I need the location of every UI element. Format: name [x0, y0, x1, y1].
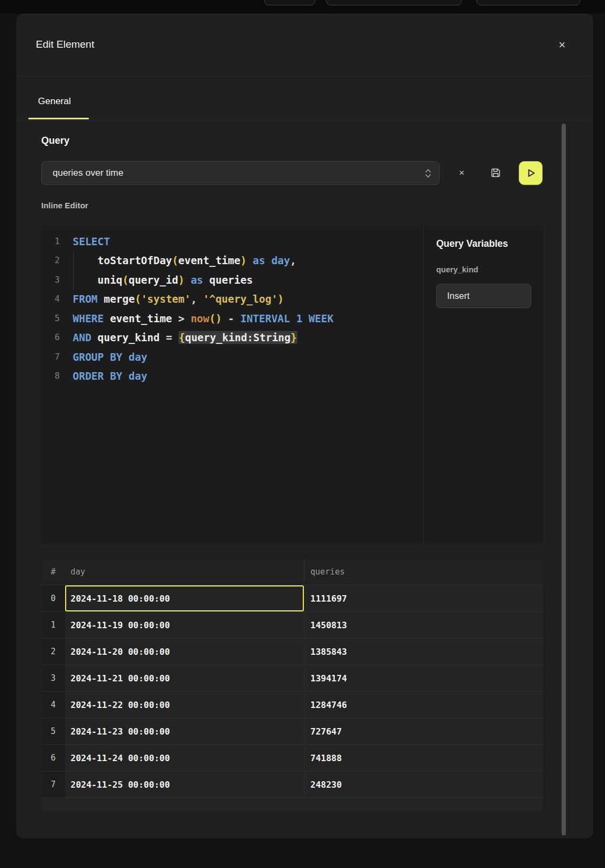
query-variables-panel: Query Variables query_kind Insert	[423, 226, 543, 544]
edit-element-modal: Edit Element × General Query queries ove…	[16, 14, 593, 838]
header-divider	[16, 76, 593, 76]
day-cell[interactable]: 2024-11-20 00:00:00	[65, 639, 304, 665]
code-text: ORDER BY day	[60, 370, 147, 382]
line-number: 5	[41, 314, 60, 323]
code-lines[interactable]: 1SELECT2 toStartOfDay(event_time) as day…	[41, 226, 423, 544]
line-number: 8	[41, 371, 60, 381]
save-query-button[interactable]	[486, 163, 505, 182]
code-text: WHERE event_time > now() - INTERVAL 1 WE…	[60, 312, 334, 324]
day-cell-selected[interactable]: 2024-11-18 00:00:00	[65, 585, 304, 611]
queries-cell[interactable]: 1385843	[304, 639, 543, 665]
code-line[interactable]: 6AND query_kind = {query_kind:String}	[41, 328, 423, 348]
background-button[interactable]	[476, 0, 580, 5]
day-cell[interactable]: 2024-11-22 00:00:00	[65, 692, 304, 718]
table-row: 32024-11-21 00:00:001394174	[41, 665, 543, 692]
indent-guide	[73, 252, 74, 289]
tab-active-indicator	[28, 118, 89, 119]
scrollbar-thumb[interactable]	[562, 124, 566, 835]
background-toolbar	[0, 0, 605, 14]
sql-editor: 1SELECT2 toStartOfDay(event_time) as day…	[41, 226, 543, 544]
day-cell[interactable]: 2024-11-19 00:00:00	[65, 612, 304, 638]
table-row: 42024-11-22 00:00:001284746	[41, 692, 543, 718]
row-index: 4	[41, 692, 65, 718]
row-index: 0	[41, 585, 65, 611]
results-body: 02024-11-18 00:00:00111169712024-11-19 0…	[41, 585, 543, 798]
results-header-row: # day queries	[41, 559, 543, 585]
run-query-button[interactable]	[519, 161, 543, 185]
line-number: 4	[41, 294, 60, 304]
query-section-title: Query	[41, 135, 69, 146]
queries-cell[interactable]: 1394174	[304, 665, 543, 691]
table-row: 52024-11-23 00:00:00727647	[41, 718, 543, 745]
day-cell[interactable]: 2024-11-25 00:00:00	[65, 771, 304, 797]
row-index: 7	[41, 771, 65, 797]
line-number: 7	[41, 352, 60, 362]
day-cell[interactable]: 2024-11-21 00:00:00	[65, 665, 304, 691]
query-select[interactable]: queries over time	[41, 161, 440, 185]
clear-icon: ×	[459, 168, 464, 178]
code-line[interactable]: 8ORDER BY day	[41, 367, 423, 386]
table-row: 22024-11-20 00:00:001385843	[41, 639, 543, 665]
close-button[interactable]: ×	[553, 36, 571, 54]
code-text: toStartOfDay(event_time) as day,	[60, 254, 296, 266]
chevron-updown-icon	[425, 168, 431, 181]
queries-cell[interactable]: 1111697	[304, 585, 543, 611]
code-text: GROUP BY day	[60, 351, 147, 363]
page: Edit Element × General Query queries ove…	[0, 0, 605, 868]
queries-cell[interactable]: 1450813	[304, 612, 543, 638]
tabs-divider	[16, 120, 593, 120]
row-index: 1	[41, 612, 65, 638]
line-number: 2	[41, 256, 60, 265]
clear-query-button[interactable]: ×	[452, 163, 472, 183]
line-number: 1	[41, 237, 60, 246]
code-line[interactable]: 7GROUP BY day	[41, 347, 423, 367]
day-cell[interactable]: 2024-11-23 00:00:00	[65, 718, 304, 744]
code-line[interactable]: 1SELECT	[41, 232, 423, 251]
row-index: 2	[41, 639, 65, 665]
queries-cell[interactable]: 248230	[304, 771, 543, 797]
background-button[interactable]	[264, 0, 315, 5]
code-text: FROM merge('system', '^query_log')	[60, 293, 284, 305]
row-index: 6	[41, 745, 65, 771]
line-number: 3	[41, 275, 60, 285]
code-text: SELECT	[60, 235, 110, 247]
row-index: 5	[41, 718, 65, 744]
background-search-box[interactable]	[326, 0, 462, 5]
column-header-queries: queries	[304, 559, 543, 585]
modal-title: Edit Element	[36, 39, 94, 50]
queries-cell[interactable]: 727647	[304, 718, 543, 744]
variable-name-label: query_kind	[436, 265, 478, 274]
insert-variable-button[interactable]: Insert	[436, 284, 531, 308]
query-select-value: queries over time	[53, 168, 123, 178]
day-cell[interactable]: 2024-11-24 00:00:00	[65, 745, 304, 771]
line-number: 6	[41, 333, 60, 342]
code-line[interactable]: 4FROM merge('system', '^query_log')	[41, 290, 423, 309]
query-variables-title: Query Variables	[436, 238, 508, 250]
results-table: # day queries 02024-11-18 00:00:00111169…	[41, 559, 543, 810]
query-variable-chip: {query_kind:String}	[179, 331, 297, 344]
column-header-index: #	[41, 559, 65, 585]
table-row: 02024-11-18 00:00:001111697	[41, 585, 543, 612]
queries-cell[interactable]: 741888	[304, 745, 543, 771]
row-index: 3	[41, 665, 65, 691]
code-text: uniq(query_id) as queries	[60, 274, 253, 286]
column-header-day: day	[65, 559, 304, 585]
table-row: 12024-11-19 00:00:001450813	[41, 612, 543, 639]
tab-general[interactable]: General	[38, 96, 71, 107]
code-line[interactable]: 3 uniq(query_id) as queries	[41, 270, 423, 290]
queries-cell[interactable]: 1284746	[304, 692, 543, 718]
close-icon: ×	[559, 38, 566, 52]
code-line[interactable]: 5WHERE event_time > now() - INTERVAL 1 W…	[41, 309, 423, 328]
table-row: 62024-11-24 00:00:00741888	[41, 745, 543, 771]
code-text: AND query_kind = {query_kind:String}	[60, 331, 297, 343]
code-line[interactable]: 2 toStartOfDay(event_time) as day,	[41, 251, 423, 271]
inline-editor-label: Inline Editor	[41, 201, 88, 210]
table-row: 72024-11-25 00:00:00248230	[41, 771, 543, 798]
play-icon	[525, 167, 537, 179]
floppy-icon	[490, 167, 501, 178]
